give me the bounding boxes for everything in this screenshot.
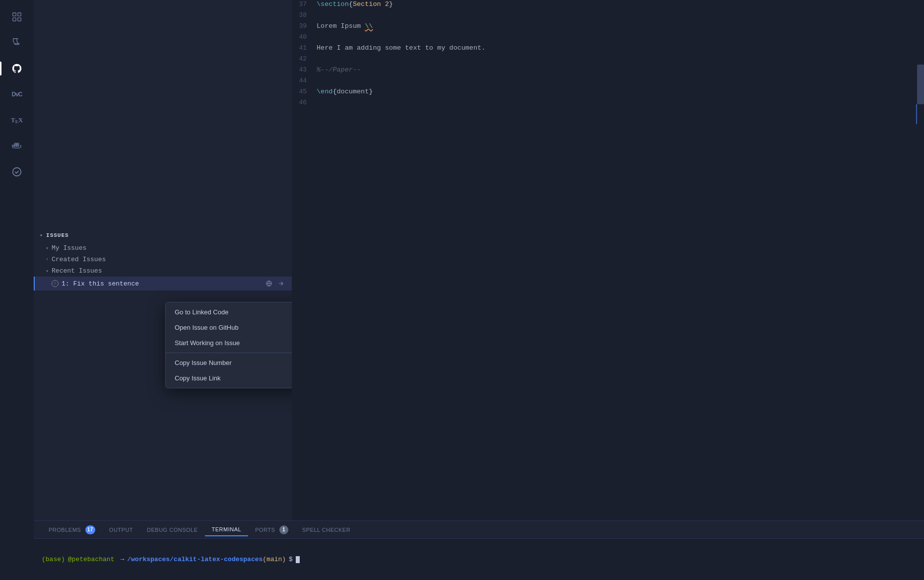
- tab-debug-console-label: DEBUG CONSOLE: [147, 527, 198, 533]
- tab-problems-label: PROBLEMS: [49, 526, 81, 532]
- tab-ports-label: PORTS: [255, 526, 275, 532]
- svg-rect-1: [18, 13, 21, 16]
- tab-ports-badge: 1: [279, 525, 288, 534]
- line-number-45: 45: [292, 88, 317, 95]
- terminal-content[interactable]: (base) @petebachant → /workspaces/calkit…: [34, 539, 924, 580]
- line-number-41: 41: [292, 44, 317, 52]
- line-content-40: [317, 33, 924, 41]
- recent-issues-label: Recent Issues: [52, 267, 102, 275]
- sidebar-item-explorer[interactable]: [5, 5, 29, 29]
- line-content-45: \end{document}: [317, 88, 924, 95]
- split-view: ▾ ISSUES ▾ My Issues › Created Issues ▾ …: [34, 0, 924, 520]
- context-menu-copy-issue-link[interactable]: Copy Issue Link: [166, 370, 292, 386]
- svg-rect-4: [12, 145, 14, 146]
- bottom-panel: PROBLEMS 17 OUTPUT DEBUG CONSOLE TERMINA…: [34, 520, 924, 580]
- tab-output[interactable]: OUTPUT: [102, 524, 140, 536]
- tab-problems[interactable]: PROBLEMS 17: [42, 522, 102, 537]
- line-number-42: 42: [292, 55, 317, 63]
- bottom-tabs: PROBLEMS 17 OUTPUT DEBUG CONSOLE TERMINA…: [34, 521, 924, 539]
- issues-chevron-icon: ▾: [40, 232, 43, 238]
- line-content-44: [317, 77, 924, 84]
- svg-point-9: [13, 168, 21, 176]
- issue-actions: [264, 279, 286, 289]
- svg-rect-0: [13, 13, 16, 16]
- line-number-44: 44: [292, 77, 317, 84]
- sidebar: ▾ ISSUES ▾ My Issues › Created Issues ▾ …: [34, 0, 292, 520]
- editor: 37 \section{Section 2} 38 39 Lorem Ipsum…: [292, 0, 924, 520]
- line-content-46: [317, 99, 924, 106]
- svg-rect-2: [13, 18, 16, 21]
- issues-panel: ▾ ISSUES ▾ My Issues › Created Issues ▾ …: [34, 0, 292, 520]
- tab-output-label: OUTPUT: [109, 527, 133, 533]
- main-content: ▾ ISSUES ▾ My Issues › Created Issues ▾ …: [34, 0, 924, 580]
- code-line-39: 39 Lorem Ipsum \\: [292, 22, 924, 33]
- code-line-37: 37 \section{Section 2}: [292, 0, 924, 11]
- sidebar-item-tex[interactable]: TEX: [5, 108, 29, 132]
- line-content-41: Here I am adding some text to my documen…: [317, 44, 924, 52]
- issue-1-label: 1: Fix this sentence: [62, 280, 139, 288]
- context-menu-divider: [166, 353, 292, 353]
- recent-issues-chevron-icon: ▾: [46, 268, 49, 274]
- code-line-44: 44: [292, 76, 924, 87]
- terminal-branch: (main): [263, 556, 286, 563]
- issue-globe-button[interactable]: [264, 279, 274, 289]
- minimap-line: [916, 104, 917, 124]
- sidebar-item-docker[interactable]: [5, 134, 29, 158]
- line-content-37: \section{Section 2}: [317, 0, 924, 8]
- sidebar-item-dvc[interactable]: DvC: [5, 82, 29, 106]
- tab-terminal-label: TERMINAL: [212, 526, 242, 532]
- my-issues-chevron-icon: ▾: [46, 245, 49, 251]
- line-content-43: %--/Paper--: [317, 66, 924, 73]
- line-number-38: 38: [292, 11, 317, 19]
- code-line-38: 38: [292, 11, 924, 22]
- sidebar-item-issue-1[interactable]: ○ 1: Fix this sentence: [34, 277, 292, 290]
- issues-section-header[interactable]: ▾ ISSUES: [34, 228, 292, 242]
- code-line-40: 40: [292, 33, 924, 44]
- scroll-indicator[interactable]: [917, 0, 924, 520]
- issue-status-icon: ○: [52, 280, 59, 287]
- context-menu-open-github[interactable]: Open Issue on GitHub: [166, 320, 292, 335]
- context-menu-go-to-linked-code[interactable]: Go to Linked Code: [166, 304, 292, 320]
- terminal-arrow-icon: →: [120, 556, 124, 563]
- tab-problems-badge: 17: [85, 525, 95, 534]
- line-content-38: [317, 11, 924, 19]
- sidebar-item-lab[interactable]: [5, 31, 29, 55]
- line-content-42: [317, 55, 924, 63]
- created-issues-label: Created Issues: [52, 256, 106, 263]
- tab-terminal[interactable]: TERMINAL: [205, 523, 249, 536]
- sidebar-item-check[interactable]: [5, 160, 29, 184]
- sidebar-item-github[interactable]: [5, 57, 29, 80]
- code-line-45: 45 \end{document}: [292, 87, 924, 98]
- context-menu-start-working[interactable]: Start Working on Issue: [166, 335, 292, 351]
- tab-spell-checker[interactable]: SPELL CHECKER: [295, 524, 357, 536]
- sidebar-item-created-issues[interactable]: › Created Issues: [34, 254, 292, 265]
- line-number-39: 39: [292, 22, 317, 30]
- terminal-user: @petebachant: [68, 556, 115, 563]
- editor-content: 37 \section{Section 2} 38 39 Lorem Ipsum…: [292, 0, 924, 109]
- activity-bar: DvC TEX: [0, 0, 34, 580]
- context-menu: Go to Linked Code Open Issue on GitHub S…: [165, 302, 292, 388]
- created-issues-chevron-icon: ›: [46, 257, 49, 262]
- svg-rect-5: [14, 145, 16, 146]
- code-line-43: 43 %--/Paper--: [292, 66, 924, 76]
- sidebar-item-recent-issues[interactable]: ▾ Recent Issues: [34, 265, 292, 277]
- terminal-path: /workspaces/calkit-latex-codespaces: [127, 556, 263, 563]
- context-menu-copy-issue-number[interactable]: Copy Issue Number: [166, 355, 292, 370]
- tab-ports[interactable]: PORTS 1: [248, 522, 295, 537]
- terminal-dollar: $: [289, 556, 293, 563]
- tab-debug-console[interactable]: DEBUG CONSOLE: [140, 524, 204, 536]
- svg-rect-8: [17, 144, 19, 145]
- sidebar-item-my-issues[interactable]: ▾ My Issues: [34, 242, 292, 254]
- line-content-39: Lorem Ipsum \\: [317, 22, 924, 30]
- issue-arrow-button[interactable]: [276, 279, 286, 289]
- line-number-43: 43: [292, 66, 317, 73]
- line-number-37: 37: [292, 0, 317, 8]
- tab-spell-checker-label: SPELL CHECKER: [302, 527, 350, 533]
- line-number-40: 40: [292, 33, 317, 41]
- code-line-41: 41 Here I am adding some text to my docu…: [292, 44, 924, 55]
- issues-header-label: ISSUES: [46, 232, 69, 238]
- code-line-42: 42: [292, 55, 924, 66]
- my-issues-label: My Issues: [52, 244, 86, 252]
- terminal-cursor: [296, 556, 300, 563]
- scroll-thumb[interactable]: [917, 65, 924, 104]
